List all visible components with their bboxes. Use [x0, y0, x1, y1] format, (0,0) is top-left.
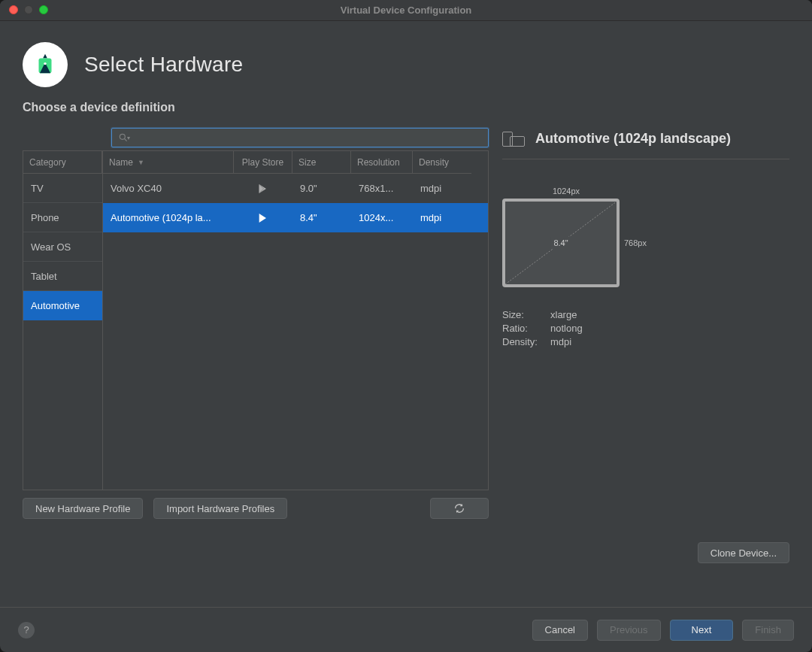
- category-header: Category: [23, 151, 102, 174]
- play-store-icon: [234, 174, 292, 203]
- window: Virtual Device Configuration Select Hard…: [0, 0, 812, 652]
- device-icon: [502, 132, 525, 147]
- column-header-resolution[interactable]: Resolution: [351, 151, 413, 174]
- refresh-icon: [453, 502, 465, 514]
- import-hardware-profiles-button[interactable]: Import Hardware Profiles: [153, 498, 287, 519]
- traffic-lights: [9, 5, 48, 14]
- footer: ? Cancel Previous Next Finish: [0, 607, 812, 652]
- device-resolution: 768x1...: [351, 174, 413, 203]
- page-header: Select Hardware: [0, 21, 812, 101]
- device-row[interactable]: Volvo XC40 9.0" 768x1... mdpi: [103, 174, 488, 203]
- zoom-window-button[interactable]: [39, 5, 48, 14]
- device-size: 9.0": [292, 174, 351, 203]
- device-row[interactable]: Automotive (1024p la... 8.4" 1024x... md…: [103, 203, 488, 232]
- device-size: 8.4": [292, 203, 351, 232]
- device-table: Name▼ Play Store Size Resolution Density…: [102, 150, 489, 490]
- column-header-playstore[interactable]: Play Store: [234, 151, 292, 174]
- previous-button[interactable]: Previous: [597, 620, 661, 641]
- search-input[interactable]: [135, 132, 482, 143]
- device-name: Volvo XC40: [103, 174, 234, 203]
- preview-header: Automotive (1024p landscape): [502, 131, 789, 159]
- window-title: Virtual Device Configuration: [0, 5, 812, 16]
- preview-properties: Size:xlarge Ratio:notlong Density:mdpi: [502, 309, 789, 347]
- content: ▾ Category TV Phone Wear OS Tablet Autom…: [0, 128, 812, 565]
- preview-diagonal-label: 8.4": [550, 237, 571, 249]
- svg-point-1: [44, 62, 46, 65]
- close-window-button[interactable]: [9, 5, 18, 14]
- device-preview: 1024px 8.4" 768px Size:xlarge Ratio:notl…: [502, 187, 789, 350]
- device-density: mdpi: [413, 174, 471, 203]
- column-header-density[interactable]: Density: [413, 151, 471, 174]
- android-studio-icon: [23, 42, 68, 87]
- right-pane: Automotive (1024p landscape) 1024px 8.4"…: [502, 128, 789, 565]
- play-store-icon: [234, 203, 292, 232]
- new-hardware-profile-button[interactable]: New Hardware Profile: [23, 498, 143, 519]
- next-button[interactable]: Next: [670, 620, 734, 641]
- category-item-phone[interactable]: Phone: [23, 203, 102, 232]
- sort-desc-icon: ▼: [138, 159, 144, 166]
- search-input-wrapper[interactable]: ▾: [111, 128, 489, 147]
- cancel-button[interactable]: Cancel: [532, 620, 588, 641]
- device-resolution: 1024x...: [351, 203, 413, 232]
- help-button[interactable]: ?: [18, 622, 35, 638]
- preview-screen: 8.4": [502, 199, 620, 287]
- category-item-tv[interactable]: TV: [23, 174, 102, 203]
- page-title: Select Hardware: [84, 53, 243, 77]
- preview-width-label: 1024px: [487, 187, 645, 196]
- preview-height-label: 768px: [624, 238, 647, 247]
- tables: Category TV Phone Wear OS Tablet Automot…: [23, 150, 489, 490]
- category-item-automotive[interactable]: Automotive: [23, 291, 102, 320]
- category-item-tablet[interactable]: Tablet: [23, 262, 102, 291]
- titlebar: Virtual Device Configuration: [0, 0, 812, 21]
- left-actions: New Hardware Profile Import Hardware Pro…: [23, 498, 489, 519]
- finish-button[interactable]: Finish: [742, 620, 794, 641]
- dropdown-caret-icon: ▾: [127, 135, 130, 141]
- clone-device-button[interactable]: Clone Device...: [698, 542, 789, 563]
- category-list: Category TV Phone Wear OS Tablet Automot…: [23, 150, 102, 490]
- left-pane: ▾ Category TV Phone Wear OS Tablet Autom…: [23, 128, 489, 565]
- column-header-size[interactable]: Size: [292, 151, 351, 174]
- column-header-name[interactable]: Name▼: [103, 151, 234, 174]
- preview-title: Automotive (1024p landscape): [535, 131, 731, 147]
- svg-point-2: [120, 134, 125, 139]
- category-item-wearos[interactable]: Wear OS: [23, 232, 102, 262]
- minimize-window-button[interactable]: [24, 5, 33, 14]
- device-density: mdpi: [413, 203, 471, 232]
- device-name: Automotive (1024p la...: [103, 203, 234, 232]
- section-title: Choose a device definition: [0, 101, 812, 114]
- refresh-button[interactable]: [430, 498, 489, 519]
